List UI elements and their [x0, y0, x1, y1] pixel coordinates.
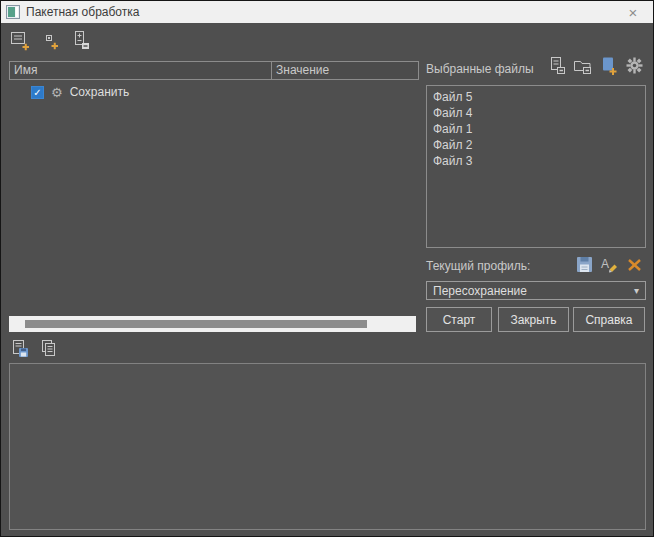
rename-profile-icon[interactable]: A	[600, 255, 619, 274]
titlebar: Пакетная обработка ×	[1, 1, 653, 23]
chevron-down-icon: ▾	[634, 285, 639, 296]
copy-report-icon[interactable]	[39, 339, 58, 358]
save-report-icon[interactable]	[10, 339, 29, 358]
param-row-save[interactable]: ✓ ⚙ Сохранить	[9, 83, 419, 101]
selected-files-list[interactable]: Файл 5 Файл 4 Файл 1 Файл 2 Файл 3	[426, 85, 646, 248]
window-title: Пакетная обработка	[26, 5, 139, 19]
app-icon	[6, 5, 20, 19]
delete-profile-icon[interactable]	[625, 255, 644, 274]
column-header-name[interactable]: Имя	[9, 61, 271, 80]
list-item[interactable]: Файл 4	[427, 105, 645, 121]
add-list-icon[interactable]	[10, 30, 31, 51]
close-button[interactable]: Закрыть	[498, 307, 569, 332]
profile-dropdown-value: Пересохранение	[433, 284, 527, 298]
param-row-label: Сохранить	[70, 85, 130, 99]
list-item[interactable]: Файл 2	[427, 137, 645, 153]
params-table-header: Имя Значение	[9, 61, 419, 80]
gear-icon: ⚙	[51, 86, 63, 99]
files-panel-label: Выбранные файлы	[426, 62, 534, 76]
add-action-icon[interactable]	[40, 30, 61, 51]
add-file-icon[interactable]	[599, 56, 618, 75]
remove-file-icon[interactable]	[547, 56, 566, 75]
list-item[interactable]: Файл 1	[427, 121, 645, 137]
log-output-area[interactable]	[9, 363, 646, 530]
close-icon[interactable]: ×	[617, 1, 649, 23]
remove-folder-icon[interactable]	[573, 56, 592, 75]
column-header-value[interactable]: Значение	[271, 61, 419, 80]
profile-toolbar: A	[575, 255, 644, 274]
profile-dropdown[interactable]: Пересохранение ▾	[426, 281, 646, 300]
reorder-items-icon[interactable]	[70, 30, 91, 51]
help-button[interactable]: Справка	[573, 307, 645, 332]
start-button[interactable]: Старт	[426, 307, 492, 332]
checkbox-checked[interactable]: ✓	[31, 86, 44, 99]
progress-bar	[9, 316, 416, 332]
list-item[interactable]: Файл 5	[427, 89, 645, 105]
save-profile-icon[interactable]	[575, 255, 594, 274]
progress-bar-fill	[25, 320, 367, 328]
profile-label: Текущий профиль:	[426, 259, 530, 273]
settings-gear-icon[interactable]	[625, 56, 644, 75]
svg-text:A: A	[601, 257, 609, 271]
params-toolbar	[10, 30, 91, 51]
log-toolbar	[10, 339, 58, 358]
files-panel-toolbar	[547, 56, 644, 75]
batch-processing-dialog: Пакетная обработка × Имя Значение	[0, 0, 654, 537]
list-item[interactable]: Файл 3	[427, 153, 645, 169]
